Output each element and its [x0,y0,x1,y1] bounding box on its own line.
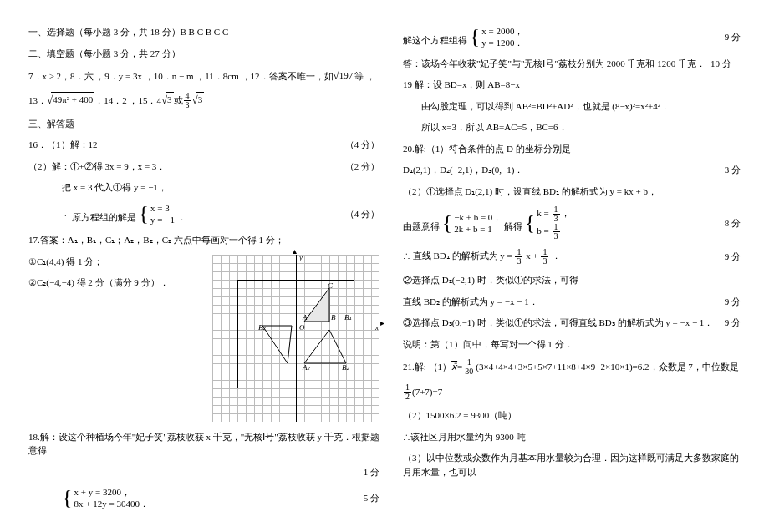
frac-1-30-den: 30 [463,367,475,376]
q18-brace-system: x + y = 3200， 8x + 12y = 30400． [62,486,149,510]
q20d-sys2-b-pre: b = [537,225,551,236]
r1-pre: 解这个方程组得 [403,35,470,45]
q17-c1: ①C₁(4,4) 得 1 分； [28,255,196,269]
q21e: （3）以中位数或众数作为月基本用水量较为合理．因为这样既可满足大多数家庭的月用水… [403,451,741,479]
frac-intercept: 1 3 [541,248,548,266]
q21a: 21.解: （1） x̄ = 1 30 (3×4+4×4+3×5+5×7+11×… [403,358,741,376]
q20d-sys2-a-pre: k = [537,208,551,218]
r1-system: x = 2000， y = 1200． [470,25,524,49]
sqrt-197-radicand: 197 [338,68,355,83]
q17-graph-row: ①C₁(4,4) 得 1 分； ②C₂(−4,−4) 得 2 分（满分 9 分）… [28,255,379,422]
q20b-score: 3 分 [725,163,741,177]
q20h-score: 9 分 [725,316,741,330]
q21a-eq: = [457,360,462,374]
q17-c2: ②C₂(−4,−4) 得 2 分（满分 9 分）． [28,276,196,290]
svg-marker-1 [304,330,346,363]
sqrt-pi-expr: 49π² + 400 [47,92,94,109]
q19c: 所以 x=3，所以 AB=AC=5，BC=6． [403,120,741,134]
q20d-mid: 解得 [504,221,525,231]
sqrt-197: 197 [334,68,355,84]
q18-score1: 1 分 [364,465,379,479]
q20c: （2）①选择点 D₁(2,1) 时，设直线 BD₁ 的解析式为 y = kx +… [403,185,741,199]
frac-b: 1 3 [553,223,560,241]
B2b-label: B₂ [342,363,350,372]
q16-2-score: （2 分） [345,160,379,174]
q16-sub2-score: （4 分） [345,207,379,221]
q16-solution-system: x = 3 y = −1 [139,202,175,226]
left-column: 一、选择题（每小题 3 分，共 18 分）B B C B C C 二、填空题（每… [17,25,391,524]
r1: 解这个方程组得 x = 2000， y = 1200． 9 分 [403,25,741,49]
q20d-pre: 由题意得 [403,221,442,231]
q19a: 19 解：设 BD=x，则 AB=8−x [403,78,741,92]
coordinate-graph: ▸ ▴ O x y C B A B₁ A₂ B₂ B₂ [212,255,379,422]
right-column: 解这个方程组得 x = 2000， y = 1200． 9 分 答：该场今年收获… [391,25,752,524]
frac-1-30: 1 30 [463,358,475,376]
frac-slope-den: 3 [515,257,522,266]
q20d: 由题意得 −k + b = 0， 2k + b = 1 解得 k = 1 3 ， [403,205,741,241]
r1-sys-b: y = 1200． [481,37,523,48]
q21b: 1 2 (7+7)=7 [403,383,741,401]
frac-1-2-den: 2 [404,393,411,401]
q21a-pre: 21.解: （1） [403,360,451,374]
r1-sys-a: x = 2000， [481,25,523,37]
q18-system: x + y = 3200， 8x + 12y = 30400． 5 分 [28,486,379,510]
frac-1-2: 1 2 [404,383,411,401]
q20b-text: D₁(2,1)，D₂(−2,1)，D₃(0,−1)． [403,163,523,177]
fill-blanks-13-15: 13． 49π² + 400 ，14．2 ，15．4 3 或 4 3 3 [28,92,379,109]
frac-b-den: 3 [553,232,560,241]
q19b: 由勾股定理，可以得到 AB²=BD²+AD²，也就是 (8−x)²=x²+4²． [403,99,741,114]
q21a-xbar: x̄ [451,360,457,374]
sqrt-3b: 3 [192,92,205,109]
q16-1-score: （4 分） [345,138,379,152]
q20g: 直线 BD₂ 的解析式为 y = −x − 1． 9 分 [403,295,741,309]
frac-intercept-den: 3 [541,257,548,266]
A-label: A [303,313,308,322]
q16-sub1: 把 x = 3 代入①得 y = −1， [28,180,379,195]
q20h: ③选择点 D₃(0,−1) 时，类似①的求法，可得直线 BD₃ 的解析式为 y … [403,316,741,330]
q7-12-end: 等 ， [354,69,375,84]
q18-score2: 5 分 [364,491,379,505]
r2: 答：该场今年收获"妃子笑"与"无核Ⅰ号"荔枝分别为 2000 千克和 1200 … [403,57,741,71]
q20d-sys1-b: 2k + b = 1 [454,223,502,235]
frac-4-3-num: 4 [184,92,191,101]
frac-4-3-den: 3 [184,101,191,109]
q20e: ∴ 直线 BD₁ 的解析式为 y = 1 3 x + 1 3 ． 9 分 [403,248,741,266]
q17: 17.答案：A₁，B₁，C₁；A₂，B₂，C₂ 六点中每画对一个得 1 分； [28,233,379,247]
B2-label: B₂ [258,323,267,332]
q18: 18.解：设这个种植场今年"妃子笑"荔枝收获 x 千克，"无核Ⅰ号"荔枝收获 y… [28,430,379,458]
q16-2-text: （2）解：①+②得 3x = 9，x = 3． [28,160,166,174]
q16-1-text: 16．（1）解：12 [28,138,98,152]
q16-sub2: ∴ 原方程组的解是 x = 3 y = −1 ． （4 分） [28,202,379,226]
q20d-sys2: k = 1 3 ， b = 1 3 [525,205,570,241]
q21b-post: (7+7)=7 [412,385,442,399]
q16-sub2-pre: ∴ 原方程组的解是 [62,212,139,222]
q13-mid: ，14．2 ，15．4 [94,94,161,108]
section1-title: 一、选择题（每小题 3 分，共 18 分）B B C B C C [28,25,379,39]
q20e-post: ． [552,251,561,261]
triangles-svg [212,255,379,422]
q18-sys-a: x + y = 3200， [74,486,148,498]
q20e-mid: x + [526,251,540,261]
q21d: ∴该社区月用水量约为 9300 吨 [403,430,741,444]
q20i: 说明：第（1）问中，每写对一个得 1 分． [403,337,741,352]
q20e-pre: ∴ 直线 BD₁ 的解析式为 y = [403,251,514,261]
sqrt-3a-radicand: 3 [166,92,174,107]
r1-score: 9 分 [725,30,741,44]
q21a-post: (3×4+4×4+3×5+5×7+11×8+4×9+2×10×1)=6.2，众数… [476,360,738,374]
q13-or: 或 [174,94,183,108]
q18-score1-line: 1 分 [28,465,379,479]
B1-label: B₁ [344,313,353,322]
A2-label: A₂ [303,363,311,372]
C-label: C [328,281,333,290]
sqrt-3a: 3 [161,92,174,109]
B-label: B [331,313,336,322]
q20d-sys1-a: −k + b = 0， [454,211,502,223]
frac-4-3: 4 3 [184,92,191,109]
svg-marker-2 [262,326,292,363]
q20h-text: ③选择点 D₃(0,−1) 时，类似①的求法，可得直线 BD₃ 的解析式为 y … [403,316,713,330]
q20g-text: 直线 BD₂ 的解析式为 y = −x − 1． [403,295,538,309]
q21c: （2）1500×6.2 = 9300（吨） [403,408,741,423]
svg-marker-0 [304,288,329,322]
section2-title: 二、填空题（每小题 3 分，共 27 分） [28,47,379,61]
q18-sys-b: 8x + 12y = 30400． [74,498,148,509]
